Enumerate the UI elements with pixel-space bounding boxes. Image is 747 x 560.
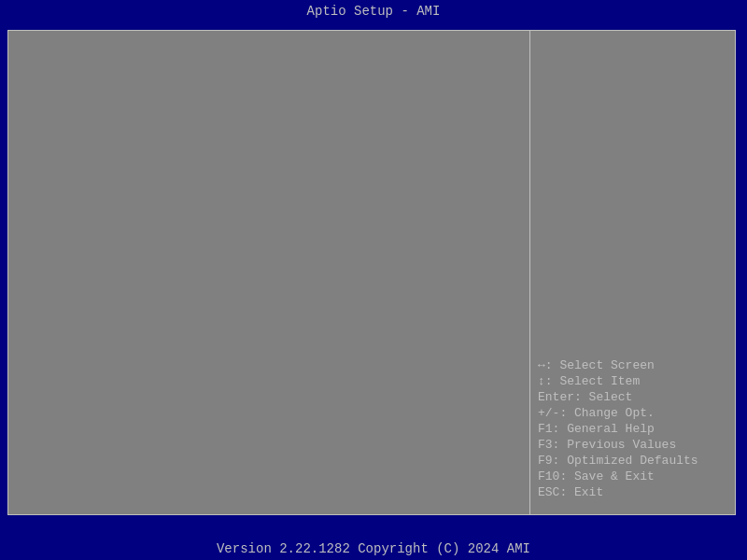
- help-item: ↕: Select Item: [538, 374, 727, 388]
- help-section: ↔: Select Screen↕: Select ItemEnter: Sel…: [538, 358, 727, 499]
- main-content: ↔: Select Screen↕: Select ItemEnter: Sel…: [0, 22, 747, 526]
- right-panel: ↔: Select Screen↕: Select ItemEnter: Sel…: [530, 30, 736, 515]
- help-item: F9: Optimized Defaults: [538, 454, 727, 468]
- left-panel: [7, 30, 530, 515]
- help-item: ↔: Select Screen: [538, 358, 727, 372]
- help-item: F10: Save & Exit: [538, 469, 727, 483]
- help-item: Enter: Select: [538, 390, 727, 404]
- help-item: F1: General Help: [538, 422, 727, 436]
- app-title: Aptio Setup - AMI: [0, 0, 747, 22]
- help-item: +/-: Change Opt.: [538, 406, 727, 420]
- footer: Version 2.22.1282 Copyright (C) 2024 AMI: [0, 538, 747, 560]
- help-item: F3: Previous Values: [538, 438, 727, 452]
- help-item: ESC: Exit: [538, 485, 727, 499]
